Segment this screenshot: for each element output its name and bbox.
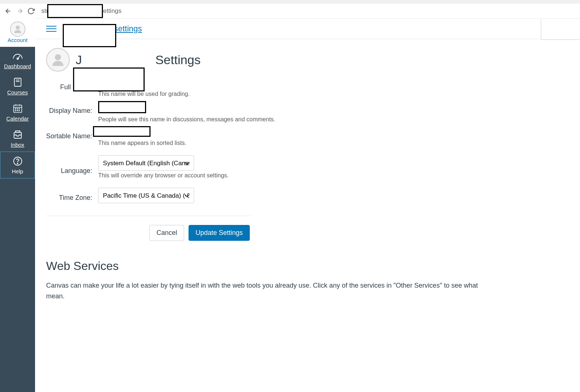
language-label: Language: bbox=[46, 153, 98, 185]
full-name-help: This name will be used for grading. bbox=[98, 91, 275, 97]
profile-avatar[interactable] bbox=[46, 48, 70, 72]
svg-point-18 bbox=[17, 163, 18, 164]
nav-courses[interactable]: Courses bbox=[0, 73, 35, 99]
redacted-box bbox=[93, 126, 151, 137]
nav-label: Help bbox=[12, 168, 23, 174]
svg-point-12 bbox=[19, 108, 20, 109]
book-icon bbox=[12, 77, 23, 88]
nav-calendar[interactable]: Calendar bbox=[0, 99, 35, 125]
timezone-select[interactable]: Pacific Time (US & Canada) (-08:00) bbox=[98, 188, 194, 203]
nav-label: Account bbox=[7, 37, 27, 43]
svg-rect-3 bbox=[14, 78, 21, 86]
timezone-label: Time Zone: bbox=[46, 185, 98, 210]
calendar-icon bbox=[12, 103, 23, 114]
svg-point-11 bbox=[17, 108, 18, 109]
breadcrumb-bar: settings bbox=[35, 19, 580, 39]
display-name-help: People will see this name in discussions… bbox=[98, 116, 275, 123]
language-select[interactable]: System Default (English (Canada)) bbox=[98, 155, 194, 171]
nav-label: Dashboard bbox=[4, 63, 31, 69]
forward-button[interactable] bbox=[15, 7, 24, 15]
help-icon bbox=[12, 156, 23, 167]
redacted-box bbox=[98, 101, 146, 113]
hamburger-button[interactable] bbox=[46, 26, 56, 32]
sortable-name-label: Sortable Name: bbox=[46, 129, 98, 153]
svg-rect-16 bbox=[14, 132, 21, 138]
nav-label: Inbox bbox=[11, 142, 24, 148]
svg-point-15 bbox=[19, 110, 20, 111]
svg-line-2 bbox=[18, 56, 20, 59]
svg-point-0 bbox=[15, 25, 20, 30]
global-nav: Account Dashboard Courses Calendar Inbox… bbox=[0, 18, 35, 311]
redacted-box bbox=[63, 24, 116, 47]
inbox-icon bbox=[12, 129, 23, 140]
svg-point-13 bbox=[15, 110, 16, 111]
cancel-button[interactable]: Cancel bbox=[149, 225, 184, 241]
sortable-name-help: This name appears in sorted lists. bbox=[98, 140, 275, 146]
nav-label: Courses bbox=[7, 89, 28, 96]
title-prefix: J bbox=[76, 53, 82, 67]
web-services-heading: Web Services bbox=[46, 259, 569, 273]
svg-point-19 bbox=[55, 54, 61, 60]
redacted-box bbox=[73, 67, 145, 91]
reload-button[interactable] bbox=[27, 7, 35, 15]
avatar-icon bbox=[10, 21, 25, 37]
url-bar[interactable]: structure.com/profile/settings bbox=[38, 5, 576, 17]
nav-inbox[interactable]: Inbox bbox=[0, 125, 35, 152]
nav-dashboard[interactable]: Dashboard bbox=[0, 47, 35, 73]
svg-point-10 bbox=[15, 108, 16, 109]
nav-help[interactable]: Help bbox=[0, 152, 35, 178]
right-panel-stub bbox=[541, 19, 580, 40]
divider bbox=[46, 216, 251, 216]
nav-label: Calendar bbox=[6, 115, 29, 122]
display-name-label: Display Name: bbox=[46, 104, 98, 129]
language-help: This will override any browser or accoun… bbox=[98, 172, 275, 179]
web-services-body: Canvas can make your life a lot easier b… bbox=[46, 280, 489, 302]
page-title: J Settings bbox=[76, 53, 201, 67]
breadcrumb-settings[interactable]: settings bbox=[114, 24, 142, 34]
back-button[interactable] bbox=[4, 7, 13, 15]
settings-form: Full Name: This name will be used for gr… bbox=[46, 80, 275, 210]
dashboard-icon bbox=[12, 51, 23, 62]
browser-tab-strip bbox=[0, 0, 580, 4]
update-settings-button[interactable]: Update Settings bbox=[189, 225, 250, 241]
nav-account[interactable]: Account bbox=[0, 18, 35, 47]
redacted-box bbox=[47, 4, 103, 18]
title-suffix: Settings bbox=[155, 53, 201, 67]
form-buttons: Cancel Update Settings bbox=[149, 225, 569, 241]
svg-point-14 bbox=[17, 110, 18, 111]
